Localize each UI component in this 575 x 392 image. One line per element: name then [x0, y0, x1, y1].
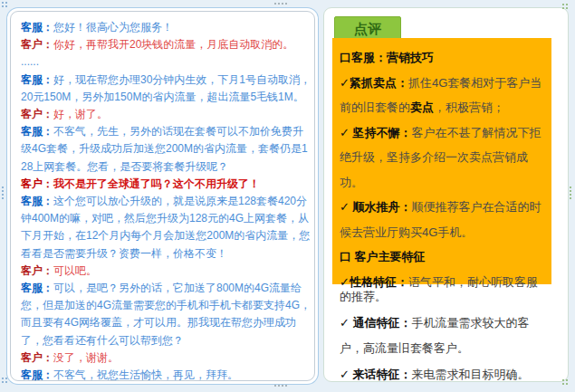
review-item: ✓紧抓卖点：抓住4G套餐相对于客户当前的旧套餐的卖点，积极营销；: [340, 71, 544, 120]
item-bold-text: 卖点: [410, 100, 434, 114]
message-text: 不客气，祝您生活愉快，再见，拜拜。: [53, 368, 238, 381]
item-label: 顺水推舟：: [353, 200, 412, 214]
review-section-title: 口客服：营销技巧: [340, 45, 544, 71]
item-text: 的推荐。: [340, 290, 387, 303]
dialogue-line-agent: 客服：不客气，祝您生活愉快，再见，拜拜。: [21, 367, 312, 384]
speaker-label: 客服：: [21, 73, 53, 86]
review-overflow-text: 的推荐。: [340, 284, 541, 311]
check-icon: ✓: [340, 200, 353, 214]
item-label: 来话特征：: [353, 368, 412, 381]
review-section-title: 口 客户主要特征: [340, 244, 544, 270]
textbox-handle-bottom-right[interactable]: [562, 379, 564, 381]
textbox-handle-top-right[interactable]: [562, 4, 564, 5]
review-overflow-section: 的推荐。 ✓ 通信特征：手机流量需求较大的客户，高流量旧套餐客户。 ✓ 来话特征…: [332, 284, 548, 387]
dialogue-line-agent: 客服：好，现在帮您办理30分钟内生效，下月1号自动取消，20元150M，另外加1…: [21, 72, 312, 106]
review-item: ✓ 坚持不懈：客户在不甚了解情况下拒绝升级，坚持多介绍一次卖点营销成功。: [340, 120, 544, 196]
review-item: ✓ 来话特征：来电需求和目标明确。: [340, 362, 541, 388]
message-text: 您好！很高心为您服务！: [53, 21, 173, 33]
review-badge: 点评: [334, 16, 401, 41]
check-icon: ✓: [340, 368, 353, 381]
message-text: 好，谢了。: [53, 108, 108, 120]
message-text: 可以，是吧？另外的话，它加送了800M的4G流量给您，但是加送的4G流量需要您的…: [21, 282, 311, 347]
item-label: 通信特征：: [353, 316, 412, 330]
textbox-handle-top-left[interactable]: [2, 2, 4, 4]
slide-canvas: 客服：您好！很高心为您服务！ 客户：你好，再帮我开20块钱的流量，月底自动取消的…: [0, 0, 575, 392]
check-icon: ✓: [340, 76, 350, 90]
dialogue-transcript: 客服：您好！很高心为您服务！ 客户：你好，再帮我开20块钱的流量，月底自动取消的…: [11, 12, 314, 387]
dialogue-line-customer: 客户：你好，再帮我开20块钱的流量，月底自动取消的。: [21, 36, 312, 53]
dialogue-line-agent: 客服：可以，是吧？另外的话，它加送了800M的4G流量给您，但是加送的4G流量需…: [21, 280, 312, 349]
check-icon: ✓: [340, 316, 353, 330]
item-label: 紧抓卖点：: [350, 76, 408, 90]
item-label: 坚持不懈：: [353, 126, 412, 139]
message-text: 你好，再帮我开20块钱的流量，月底自动取消的。: [53, 38, 293, 51]
textbox-handle-right[interactable]: [570, 186, 571, 188]
dialogue-line-customer: 客户：可以吧。: [21, 263, 312, 280]
review-item: ✓ 通信特征：手机流量需求较大的客户，高流量旧套餐客户。: [340, 311, 541, 362]
message-text: ......: [21, 55, 39, 68]
check-icon: ✓: [340, 126, 353, 139]
textbox-handle-bottom[interactable]: [274, 385, 276, 387]
textbox-handle-bottom-left[interactable]: [2, 378, 4, 379]
review-item: ✓ 顺水推舟：顺便推荐客户在合适的时候去营业厅购买4G手机。: [340, 195, 544, 244]
textbox-handle-top[interactable]: [274, 3, 276, 5]
section-title-text: 口客服：营销技巧: [340, 51, 434, 64]
dialogue-line-customer: 客户：没了，谢谢。: [21, 349, 312, 367]
speaker-label: 客服：: [21, 21, 53, 33]
speaker-label: 客户：: [21, 38, 53, 51]
dialogue-panel: 客服：您好！很高心为您服务！ 客户：你好，再帮我开20块钱的流量，月底自动取消的…: [10, 11, 315, 381]
speaker-label: 客户：: [21, 351, 53, 364]
dialogue-line-customer-emphasis: 客户：我不是开了全球通了吗？这个不用升级了！: [21, 176, 312, 193]
dialogue-line-agent: 客服：不客气，先生，另外的话现在套餐可以不加价免费升级4G套餐，升级成功后加送您…: [21, 123, 312, 176]
speaker-label: 客服：: [21, 195, 53, 207]
message-text: 不客气，先生，另外的话现在套餐可以不加价免费升级4G套餐，升级成功后加送您200…: [21, 125, 308, 172]
dialogue-line-agent: 客服：您好！很高心为您服务！: [21, 19, 312, 36]
review-panel: 点评 口客服：营销技巧 ✓紧抓卖点：抓住4G套餐相对于客户当前的旧套餐的卖点，积…: [323, 7, 569, 382]
speaker-label: 客服：: [21, 368, 53, 381]
textbox-handle-left[interactable]: [2, 186, 4, 188]
speaker-label: 客户：: [21, 177, 53, 190]
message-text: 这个您可以放心升级的，就是说原来是128套餐420分钟400M的嘛，对吧，然后您…: [21, 195, 310, 260]
speaker-label: 客户：: [21, 264, 53, 277]
message-text: 我不是开了全球通了吗？这个不用升级了！: [53, 177, 260, 190]
speaker-label: 客服：: [21, 282, 53, 294]
dialogue-line-customer: 客户：好，谢了。: [21, 106, 312, 123]
dialogue-line-agent: 客服：这个您可以放心升级的，就是说原来是128套餐420分钟400M的嘛，对吧，…: [21, 193, 312, 263]
speaker-label: 客户：: [21, 108, 53, 120]
item-text: ，积极营销；: [434, 100, 504, 114]
speaker-label: 客服：: [21, 125, 53, 138]
dialogue-ellipsis: ......: [21, 53, 312, 71]
message-text: 好，现在帮您办理30分钟内生效，下月1号自动取消，20元150M，另外加150M…: [21, 73, 311, 103]
review-highlight-box: 口客服：营销技巧 ✓紧抓卖点：抓住4G套餐相对于客户当前的旧套餐的卖点，积极营销…: [332, 38, 551, 284]
item-text: 来电需求和目标明确。: [412, 368, 530, 381]
section-title-text: 口 客户主要特征: [340, 250, 426, 263]
message-text: 没了，谢谢。: [53, 351, 119, 364]
message-text: 可以吧。: [53, 264, 97, 277]
